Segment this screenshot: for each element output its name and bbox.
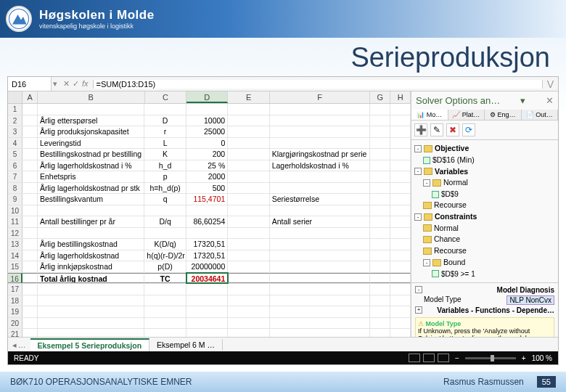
cell[interactable] — [390, 104, 411, 115]
cell[interactable] — [228, 171, 269, 182]
solver-panel-dropdown-icon[interactable]: ▾ — [520, 95, 525, 106]
cell[interactable] — [370, 126, 390, 137]
cell[interactable] — [270, 205, 370, 216]
cell[interactable] — [270, 171, 370, 182]
cell[interactable] — [22, 318, 38, 329]
cell[interactable] — [22, 115, 38, 126]
sheet-nav-prev-icon[interactable]: ◂ — [12, 340, 17, 349]
cell[interactable]: Leveringstid — [38, 138, 144, 149]
cell[interactable]: Enhetspris — [38, 171, 144, 182]
row-header[interactable]: 11 — [8, 216, 22, 227]
cell[interactable] — [22, 239, 38, 250]
cell[interactable] — [144, 329, 186, 337]
cell[interactable] — [370, 273, 390, 284]
cell[interactable] — [144, 306, 186, 317]
cell[interactable] — [38, 284, 144, 295]
row-header[interactable]: 21 — [8, 329, 22, 337]
solver-tab-engine[interactable]: ⚙ Eng… — [485, 110, 522, 120]
cell[interactable] — [270, 104, 370, 115]
cell[interactable]: 20034641 — [186, 273, 228, 284]
cell[interactable]: Klargjøringskostnad pr serie — [270, 149, 370, 160]
cell[interactable] — [38, 228, 144, 239]
cell[interactable] — [370, 216, 390, 227]
zoom-in-icon[interactable]: + — [522, 354, 526, 362]
cell[interactable] — [390, 171, 411, 182]
cell[interactable]: 86,60254 — [186, 216, 228, 227]
cell[interactable]: h_d — [144, 160, 186, 171]
row-header[interactable]: 9 — [8, 194, 22, 205]
cell[interactable] — [228, 284, 269, 295]
cell[interactable]: Lagerholdskostnad i % — [270, 160, 370, 171]
row-header[interactable]: 2 — [8, 115, 22, 126]
cell[interactable] — [370, 250, 390, 261]
cell[interactable] — [228, 183, 269, 194]
cell[interactable]: Bestillingskostnad pr bestilling — [38, 149, 144, 160]
zoom-slider[interactable] — [465, 357, 516, 359]
tree-cons-normal[interactable]: Normal — [414, 223, 555, 234]
cell[interactable] — [186, 228, 228, 239]
cell[interactable] — [270, 284, 370, 295]
cell[interactable]: Årlig lagerholdskostnad i % — [38, 160, 144, 171]
cell[interactable] — [370, 261, 390, 272]
cell[interactable] — [22, 261, 38, 272]
formula-input[interactable]: =SUM(D13:D15) — [93, 80, 543, 89]
row-header[interactable]: 19 — [8, 306, 22, 317]
cell[interactable]: L — [144, 138, 186, 149]
cell[interactable] — [228, 273, 269, 284]
cell[interactable] — [270, 273, 370, 284]
cell[interactable] — [370, 306, 390, 317]
add-icon[interactable]: ➕ — [414, 123, 427, 136]
cell[interactable] — [22, 295, 38, 306]
cell[interactable]: Bestillingskvantum — [38, 194, 144, 205]
row-header[interactable]: 3 — [8, 126, 22, 137]
refresh-icon[interactable]: ⟳ — [462, 123, 475, 136]
cell[interactable]: p(D) — [144, 261, 186, 272]
cell[interactable]: h(q)(r-D)/2r — [144, 250, 186, 261]
cell[interactable]: Seriestørrelse — [270, 194, 370, 205]
cell[interactable] — [390, 295, 411, 306]
cell[interactable] — [228, 329, 269, 337]
row-header[interactable]: 17 — [8, 284, 22, 295]
cell[interactable] — [228, 115, 269, 126]
row-header[interactable]: 20 — [8, 318, 22, 329]
cell[interactable] — [22, 183, 38, 194]
cell[interactable]: 500 — [186, 183, 228, 194]
row-header[interactable]: 4 — [8, 138, 22, 149]
accept-icon[interactable]: ✓ — [73, 79, 79, 89]
cell[interactable]: 0 — [186, 138, 228, 149]
cell[interactable] — [22, 126, 38, 137]
cell[interactable] — [38, 318, 144, 329]
cell[interactable] — [22, 329, 38, 337]
cell[interactable] — [270, 261, 370, 272]
cell[interactable]: K — [144, 149, 186, 160]
solver-tab-platform[interactable]: 📈 Plat… — [448, 110, 485, 120]
name-box-dropdown-icon[interactable]: ▾ — [52, 79, 59, 89]
cell[interactable] — [270, 295, 370, 306]
solver-tab-model[interactable]: 📊 Mo… — [411, 110, 448, 120]
cell[interactable] — [22, 194, 38, 205]
cell[interactable] — [390, 126, 411, 137]
cell[interactable] — [228, 239, 269, 250]
cell[interactable] — [390, 194, 411, 205]
cell[interactable] — [370, 194, 390, 205]
cell[interactable] — [390, 284, 411, 295]
cell[interactable]: Årlig produksjonskapasitet — [38, 126, 144, 137]
cell[interactable]: D/q — [144, 216, 186, 227]
cell[interactable] — [144, 205, 186, 216]
cell[interactable] — [228, 104, 269, 115]
cell[interactable] — [22, 216, 38, 227]
cell[interactable]: 25 % — [186, 160, 228, 171]
cell[interactable] — [270, 318, 370, 329]
cell[interactable] — [228, 228, 269, 239]
cancel-icon[interactable]: ✕ — [63, 79, 70, 89]
cell[interactable] — [186, 284, 228, 295]
tree-cons-bound[interactable]: -Bound — [414, 257, 555, 269]
cell[interactable] — [38, 329, 144, 337]
close-icon[interactable]: ✕ — [546, 95, 554, 106]
edit-icon[interactable]: ✎ — [430, 123, 443, 136]
cell[interactable]: 20000000 — [186, 261, 228, 272]
cell[interactable] — [390, 205, 411, 216]
cell[interactable] — [390, 261, 411, 272]
cell[interactable]: 200 — [186, 149, 228, 160]
cell[interactable] — [270, 228, 370, 239]
